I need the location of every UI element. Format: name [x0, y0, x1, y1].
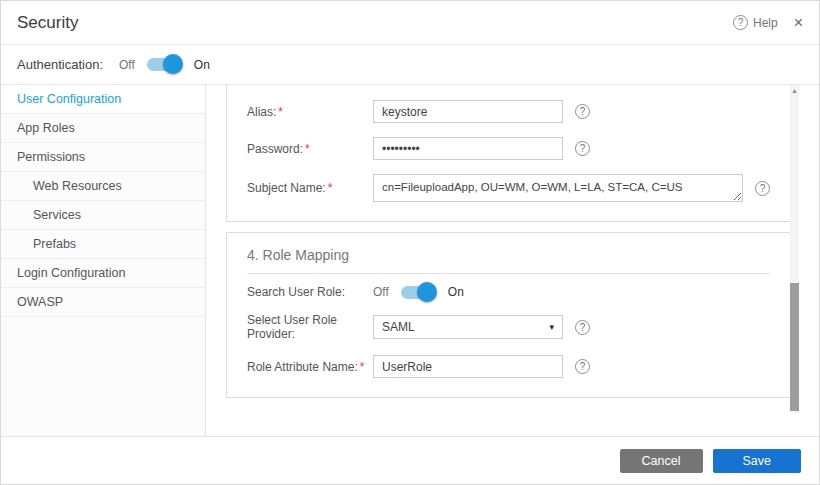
scrollbar-thumb[interactable]	[790, 283, 799, 411]
switch-knob	[417, 282, 437, 302]
sidebar-item-prefabs[interactable]: Prefabs	[1, 230, 205, 259]
role-attribute-help-icon[interactable]: ?	[575, 359, 590, 374]
required-asterisk: *	[305, 142, 310, 156]
role-mapping-title: 4. Role Mapping	[227, 233, 790, 273]
toggle-off-label: Off	[373, 285, 389, 299]
switch-knob	[163, 54, 183, 74]
close-icon[interactable]: ×	[794, 14, 803, 32]
search-user-role-toggle: Off On	[373, 285, 464, 299]
field-row-role-attribute: Role Attribute Name:* ?	[227, 348, 790, 385]
certificate-section: Alias:* ? Password:* ? Subject Name:* cn…	[226, 85, 791, 222]
footer: Cancel Save	[1, 436, 819, 484]
role-provider-value: SAML	[382, 320, 415, 334]
search-user-role-label: Search User Role:	[247, 285, 373, 299]
sidebar-item-user-configuration[interactable]: User Configuration	[1, 85, 205, 114]
subject-name-help-icon[interactable]: ?	[755, 181, 770, 196]
sidebar: User Configuration App Roles Permissions…	[1, 85, 206, 438]
body: User Configuration App Roles Permissions…	[1, 84, 819, 438]
save-button[interactable]: Save	[713, 449, 802, 473]
security-dialog: Security ? Help × Authentication: Off On…	[0, 0, 820, 485]
section-divider	[247, 273, 770, 274]
sidebar-item-permissions[interactable]: Permissions	[1, 143, 205, 172]
role-provider-label: Select User Role Provider:	[247, 313, 373, 341]
field-row-role-provider: Select User Role Provider: SAML ▾ ?	[227, 306, 790, 348]
alias-label: Alias:*	[247, 105, 373, 119]
scroll-pane: Alias:* ? Password:* ? Subject Name:* cn…	[226, 85, 791, 413]
toggle-off-label: Off	[119, 58, 135, 72]
subject-name-textarea[interactable]: cn=FileuploadApp, OU=WM, O=WM, L=LA, ST=…	[373, 174, 743, 202]
role-attribute-label: Role Attribute Name:*	[247, 360, 373, 374]
toggle-on-label: On	[448, 285, 464, 299]
vertical-scrollbar[interactable]: ▲	[790, 85, 799, 413]
role-attribute-input[interactable]	[373, 355, 563, 378]
alias-help-icon[interactable]: ?	[575, 104, 590, 119]
scroll-up-arrow-icon[interactable]: ▲	[790, 85, 799, 97]
password-input[interactable]	[373, 137, 563, 160]
role-mapping-section: 4. Role Mapping Search User Role: Off On…	[226, 232, 791, 398]
password-label: Password:*	[247, 142, 373, 156]
required-asterisk: *	[278, 105, 283, 119]
required-asterisk: *	[328, 181, 333, 195]
header-actions: ? Help ×	[733, 14, 803, 32]
toggle-on-label: On	[194, 58, 210, 72]
role-provider-help-icon[interactable]: ?	[575, 320, 590, 335]
header: Security ? Help ×	[1, 1, 819, 45]
sidebar-item-app-roles[interactable]: App Roles	[1, 114, 205, 143]
cancel-button[interactable]: Cancel	[620, 449, 703, 473]
help-icon[interactable]: ?	[733, 15, 748, 30]
field-row-alias: Alias:* ?	[227, 93, 790, 130]
content-area: Alias:* ? Password:* ? Subject Name:* cn…	[206, 85, 819, 438]
search-user-role-switch[interactable]	[401, 286, 434, 299]
password-help-icon[interactable]: ?	[575, 141, 590, 156]
sidebar-item-web-resources[interactable]: Web Resources	[1, 172, 205, 201]
required-asterisk: *	[360, 360, 365, 374]
field-row-password: Password:* ?	[227, 130, 790, 167]
field-row-subject-name: Subject Name:* cn=FileuploadApp, OU=WM, …	[227, 167, 790, 209]
help-label[interactable]: Help	[753, 16, 778, 30]
sidebar-item-owasp[interactable]: OWASP	[1, 288, 205, 317]
authentication-switch[interactable]	[147, 58, 180, 71]
authentication-row: Authentication: Off On	[1, 45, 819, 84]
alias-input[interactable]	[373, 100, 563, 123]
field-row-search-user-role: Search User Role: Off On	[227, 278, 790, 306]
role-provider-select[interactable]: SAML ▾	[373, 315, 563, 339]
page-title: Security	[17, 13, 733, 33]
sidebar-item-services[interactable]: Services	[1, 201, 205, 230]
subject-name-label: Subject Name:*	[247, 181, 373, 195]
chevron-down-icon: ▾	[549, 322, 554, 332]
authentication-toggle: Off On	[119, 58, 210, 72]
authentication-label: Authentication:	[17, 57, 103, 72]
sidebar-item-login-configuration[interactable]: Login Configuration	[1, 259, 205, 288]
